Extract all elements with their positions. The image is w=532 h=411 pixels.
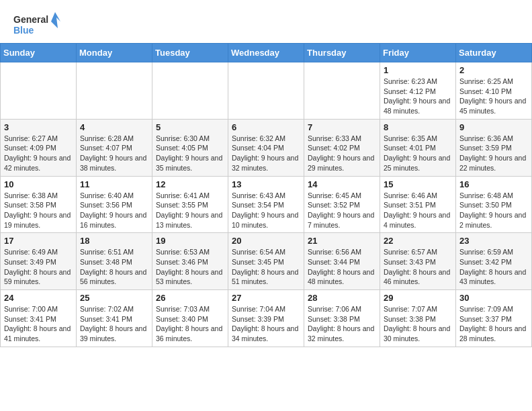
calendar-cell: 23Sunrise: 6:59 AM Sunset: 3:42 PM Dayli… [456,233,532,290]
day-number: 29 [384,293,452,303]
day-number: 23 [459,236,528,246]
day-info: Sunrise: 6:36 AM Sunset: 3:59 PM Dayligh… [459,134,528,173]
calendar-cell: 20Sunrise: 6:54 AM Sunset: 3:45 PM Dayli… [228,233,304,290]
calendar-header: SundayMondayTuesdayWednesdayThursdayFrid… [1,44,532,62]
day-number: 9 [459,122,528,132]
weekday-header-monday: Monday [77,44,152,62]
calendar-cell: 28Sunrise: 7:06 AM Sunset: 3:38 PM Dayli… [304,290,380,347]
day-number: 13 [232,179,300,189]
day-number: 2 [459,65,528,75]
day-info: Sunrise: 6:53 AM Sunset: 3:46 PM Dayligh… [156,247,224,287]
calendar-cell: 1Sunrise: 6:23 AM Sunset: 4:12 PM Daylig… [380,62,456,120]
calendar-cell: 21Sunrise: 6:56 AM Sunset: 3:44 PM Dayli… [304,233,380,290]
day-info: Sunrise: 6:38 AM Sunset: 3:58 PM Dayligh… [4,191,73,230]
day-info: Sunrise: 6:35 AM Sunset: 4:01 PM Dayligh… [384,134,452,173]
calendar-cell: 5Sunrise: 6:30 AM Sunset: 4:05 PM Daylig… [152,119,228,176]
day-number: 6 [232,122,300,132]
day-number: 19 [156,236,224,246]
page-header: General Blue [0,0,532,43]
calendar-cell: 12Sunrise: 6:41 AM Sunset: 3:55 PM Dayli… [152,176,228,233]
day-info: Sunrise: 7:09 AM Sunset: 3:37 PM Dayligh… [459,304,528,344]
calendar-cell: 26Sunrise: 7:03 AM Sunset: 3:40 PM Dayli… [152,290,228,347]
calendar-cell: 4Sunrise: 6:28 AM Sunset: 4:07 PM Daylig… [77,119,152,176]
day-number: 18 [80,236,148,246]
day-number: 5 [156,122,224,132]
calendar-cell: 17Sunrise: 6:49 AM Sunset: 3:49 PM Dayli… [1,233,77,290]
weekday-header-friday: Friday [380,44,456,62]
calendar-cell: 10Sunrise: 6:38 AM Sunset: 3:58 PM Dayli… [1,176,77,233]
weekday-header-thursday: Thursday [304,44,380,62]
calendar-cell [228,62,304,120]
weekday-header-saturday: Saturday [456,44,532,62]
day-number: 3 [4,122,73,132]
calendar-cell: 24Sunrise: 7:00 AM Sunset: 3:41 PM Dayli… [1,290,77,347]
day-number: 20 [232,236,300,246]
day-info: Sunrise: 6:33 AM Sunset: 4:02 PM Dayligh… [308,134,376,173]
day-number: 25 [80,293,148,303]
day-info: Sunrise: 6:59 AM Sunset: 3:42 PM Dayligh… [459,247,528,287]
calendar-cell: 2Sunrise: 6:25 AM Sunset: 4:10 PM Daylig… [456,62,532,120]
day-info: Sunrise: 6:45 AM Sunset: 3:52 PM Dayligh… [308,191,376,230]
calendar-cell [1,62,77,120]
calendar-week-5: 24Sunrise: 7:00 AM Sunset: 3:41 PM Dayli… [1,290,532,347]
day-info: Sunrise: 7:02 AM Sunset: 3:41 PM Dayligh… [80,304,148,344]
day-info: Sunrise: 6:56 AM Sunset: 3:44 PM Dayligh… [308,247,376,287]
day-number: 24 [4,293,73,303]
day-info: Sunrise: 6:49 AM Sunset: 3:49 PM Dayligh… [4,247,73,287]
calendar-cell: 7Sunrise: 6:33 AM Sunset: 4:02 PM Daylig… [304,119,380,176]
calendar-cell: 27Sunrise: 7:04 AM Sunset: 3:39 PM Dayli… [228,290,304,347]
calendar-cell: 11Sunrise: 6:40 AM Sunset: 3:56 PM Dayli… [77,176,152,233]
day-info: Sunrise: 6:40 AM Sunset: 3:56 PM Dayligh… [80,191,148,230]
calendar-week-4: 17Sunrise: 6:49 AM Sunset: 3:49 PM Dayli… [1,233,532,290]
calendar-cell: 19Sunrise: 6:53 AM Sunset: 3:46 PM Dayli… [152,233,228,290]
calendar-week-2: 3Sunrise: 6:27 AM Sunset: 4:09 PM Daylig… [1,119,532,176]
calendar-table: SundayMondayTuesdayWednesdayThursdayFrid… [0,43,532,347]
day-info: Sunrise: 6:28 AM Sunset: 4:07 PM Dayligh… [80,134,148,173]
calendar-cell: 29Sunrise: 7:07 AM Sunset: 3:38 PM Dayli… [380,290,456,347]
calendar-body: 1Sunrise: 6:23 AM Sunset: 4:12 PM Daylig… [1,62,532,347]
calendar-cell: 16Sunrise: 6:48 AM Sunset: 3:50 PM Dayli… [456,176,532,233]
day-info: Sunrise: 7:03 AM Sunset: 3:40 PM Dayligh… [156,304,224,344]
calendar-cell: 6Sunrise: 6:32 AM Sunset: 4:04 PM Daylig… [228,119,304,176]
day-info: Sunrise: 6:54 AM Sunset: 3:45 PM Dayligh… [232,247,300,287]
svg-text:General: General [13,14,48,25]
day-number: 16 [459,179,528,189]
day-info: Sunrise: 6:57 AM Sunset: 3:43 PM Dayligh… [384,247,452,287]
day-number: 12 [156,179,224,189]
day-number: 22 [384,236,452,246]
logo: General Blue [13,11,60,38]
day-number: 26 [156,293,224,303]
day-number: 10 [4,179,73,189]
logo-icon: General Blue [13,11,60,38]
calendar-cell: 15Sunrise: 6:46 AM Sunset: 3:51 PM Dayli… [380,176,456,233]
calendar-cell: 13Sunrise: 6:43 AM Sunset: 3:54 PM Dayli… [228,176,304,233]
weekday-header-row: SundayMondayTuesdayWednesdayThursdayFrid… [1,44,532,62]
calendar-cell: 9Sunrise: 6:36 AM Sunset: 3:59 PM Daylig… [456,119,532,176]
calendar-cell: 8Sunrise: 6:35 AM Sunset: 4:01 PM Daylig… [380,119,456,176]
day-number: 17 [4,236,73,246]
calendar-cell: 3Sunrise: 6:27 AM Sunset: 4:09 PM Daylig… [1,119,77,176]
day-number: 30 [459,293,528,303]
calendar-cell: 18Sunrise: 6:51 AM Sunset: 3:48 PM Dayli… [77,233,152,290]
weekday-header-sunday: Sunday [1,44,77,62]
day-info: Sunrise: 6:43 AM Sunset: 3:54 PM Dayligh… [232,191,300,230]
day-number: 1 [384,65,452,75]
calendar-cell: 30Sunrise: 7:09 AM Sunset: 3:37 PM Dayli… [456,290,532,347]
day-info: Sunrise: 7:04 AM Sunset: 3:39 PM Dayligh… [232,304,300,344]
day-info: Sunrise: 6:32 AM Sunset: 4:04 PM Dayligh… [232,134,300,173]
svg-marker-2 [51,12,60,28]
day-info: Sunrise: 6:30 AM Sunset: 4:05 PM Dayligh… [156,134,224,173]
calendar-week-1: 1Sunrise: 6:23 AM Sunset: 4:12 PM Daylig… [1,62,532,120]
calendar-cell [77,62,152,120]
day-info: Sunrise: 7:00 AM Sunset: 3:41 PM Dayligh… [4,304,73,344]
day-number: 28 [308,293,376,303]
day-number: 21 [308,236,376,246]
day-number: 14 [308,179,376,189]
day-info: Sunrise: 6:27 AM Sunset: 4:09 PM Dayligh… [4,134,73,173]
day-info: Sunrise: 6:25 AM Sunset: 4:10 PM Dayligh… [459,77,528,116]
calendar-cell: 14Sunrise: 6:45 AM Sunset: 3:52 PM Dayli… [304,176,380,233]
day-number: 11 [80,179,148,189]
weekday-header-tuesday: Tuesday [152,44,228,62]
calendar-cell [304,62,380,120]
day-info: Sunrise: 6:51 AM Sunset: 3:48 PM Dayligh… [80,247,148,287]
